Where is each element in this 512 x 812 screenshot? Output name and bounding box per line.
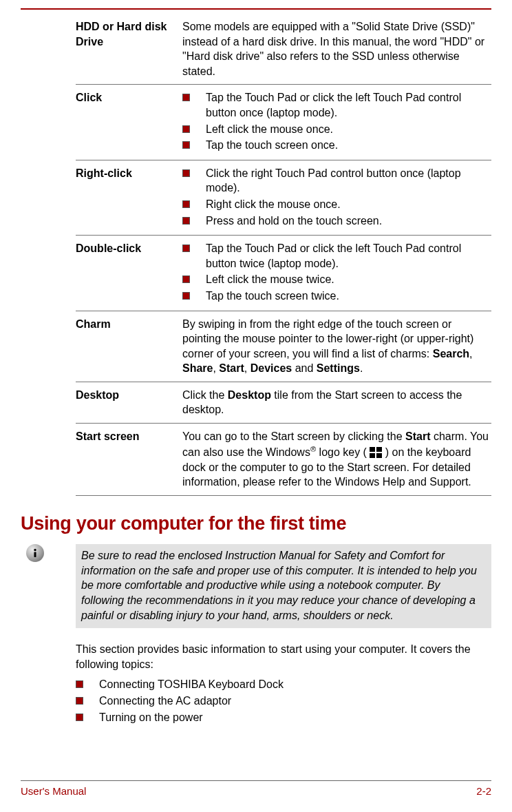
definition-description: Tap the Touch Pad or click the left Touc… — [182, 241, 491, 304]
section-heading: Using your computer for the first time — [21, 511, 491, 536]
definition-term: HDD or Hard disk Drive — [76, 19, 182, 79]
page-footer: User's Manual 2-2 — [21, 780, 491, 798]
definition-description: You can go to the Start screen by clicki… — [182, 429, 491, 490]
windows-logo-icon — [370, 447, 382, 458]
table-row: Right-click Click the right Touch Pad co… — [76, 160, 491, 235]
definition-term: Desktop — [76, 388, 182, 417]
definition-term: Charm — [76, 317, 182, 376]
table-row: Start screen You can go to the Start scr… — [76, 423, 491, 496]
list-item: Tap the touch screen twice. — [182, 289, 491, 304]
definition-description: Click the right Touch Pad control button… — [182, 166, 491, 229]
list-item: Click the right Touch Pad control button… — [182, 166, 491, 196]
definition-description: Tap the Touch Pad or click the left Touc… — [182, 90, 491, 154]
list-item: Tap the Touch Pad or click the left Touc… — [182, 90, 491, 120]
start-screen-pre: You can go to the Start screen by clicki… — [182, 430, 405, 442]
list-item: Left click the mouse once. — [182, 122, 491, 137]
list-item: Turning on the power — [76, 710, 491, 725]
desktop-pre: Click the — [182, 389, 228, 401]
charm-text-pre: By swiping in from the right edge of the… — [182, 318, 473, 360]
svg-point-0 — [34, 549, 36, 551]
definition-description: Some models are equipped with a "Solid S… — [182, 19, 491, 79]
list-item: Connecting the AC adaptor — [76, 694, 491, 709]
definition-description: Click the Desktop tile from the Start sc… — [182, 388, 491, 417]
definition-term: Start screen — [76, 429, 182, 490]
table-row: Click Tap the Touch Pad or click the lef… — [76, 84, 491, 159]
info-note-box: Be sure to read the enclosed Instruction… — [21, 544, 491, 628]
list-item: Right click the mouse once. — [182, 197, 491, 212]
footer-page-number: 2-2 — [476, 784, 491, 798]
footer-left: User's Manual — [21, 784, 86, 798]
svg-rect-1 — [34, 552, 36, 558]
page-top-rule — [21, 8, 491, 10]
definition-term: Right-click — [76, 166, 182, 229]
list-item: Press and hold on the touch screen. — [182, 214, 491, 229]
start-screen-mid2: logo key ( — [316, 446, 370, 458]
definition-term: Double-click — [76, 241, 182, 304]
charm-bold: Search — [433, 348, 469, 360]
table-row: Double-click Tap the Touch Pad or click … — [76, 235, 491, 310]
charm-bold: Share — [182, 362, 213, 374]
list-item: Connecting TOSHIBA Keyboard Dock — [76, 677, 491, 692]
topic-list: Connecting TOSHIBA Keyboard Dock Connect… — [76, 677, 491, 725]
list-item: Left click the mouse twice. — [182, 272, 491, 287]
list-item: Tap the Touch Pad or click the left Touc… — [182, 241, 491, 271]
definition-term: Click — [76, 90, 182, 154]
table-row: Desktop Click the Desktop tile from the … — [76, 382, 491, 423]
table-row: HDD or Hard disk Drive Some models are e… — [76, 19, 491, 84]
charm-bold: Settings — [317, 362, 360, 374]
registered-mark: ® — [310, 445, 316, 453]
info-note-text: Be sure to read the enclosed Instruction… — [76, 544, 491, 628]
table-row: Charm By swiping in from the right edge … — [76, 311, 491, 382]
charm-bold: Start — [219, 362, 244, 374]
intro-paragraph: This section provides basic information … — [76, 642, 491, 672]
definition-description: By swiping in from the right edge of the… — [182, 317, 491, 376]
desktop-bold: Desktop — [228, 389, 271, 401]
info-icon — [26, 544, 44, 562]
list-item: Tap the touch screen once. — [182, 138, 491, 153]
charm-bold: Devices — [250, 362, 292, 374]
definitions-table: HDD or Hard disk Drive Some models are e… — [76, 19, 491, 496]
start-screen-bold: Start — [405, 430, 430, 442]
